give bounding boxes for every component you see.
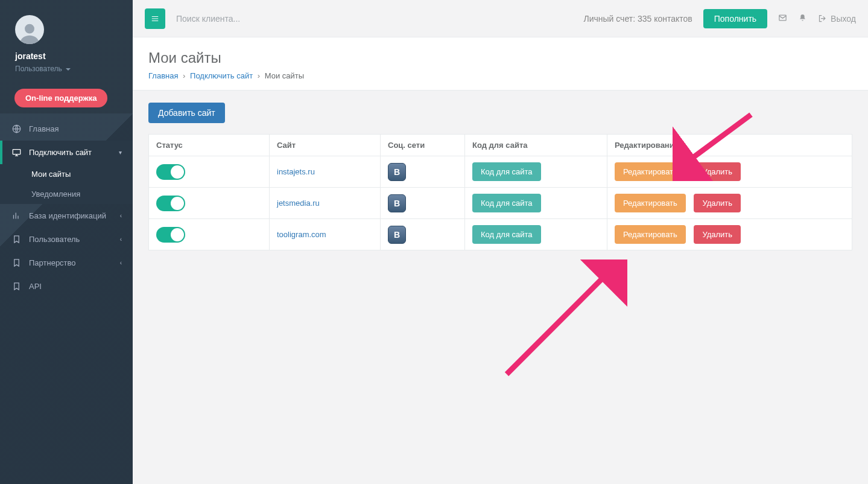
code-button[interactable]: Код для сайта [472,194,541,212]
nav-label: Партнерство [29,258,76,267]
monitor-icon [12,148,23,157]
chevron-down-icon: ▾ [119,149,122,156]
nav-connect-site[interactable]: Подключить сайт ▾ [0,141,133,164]
table-row: tooligram.com B Код для сайта Редактиров… [149,219,852,250]
role-dropdown[interactable]: Пользователь [15,65,118,73]
caret-down-icon [66,68,71,71]
bookmark-icon [12,282,23,291]
topbar: Личный счет: 335 контактов Пополнить Вых… [133,0,868,37]
chevron-left-icon: ‹ [120,260,122,266]
crumb-current: Мои сайты [265,71,304,80]
nav-label: Пользователь [29,235,80,244]
site-link[interactable]: jetsmedia.ru [277,199,320,208]
bars-icon [151,14,159,23]
nav-id-base[interactable]: База идентификаций ‹ [0,204,133,228]
crumb-connect[interactable]: Подключить сайт [190,71,253,80]
sites-table: Статус Сайт Соц. сети Код для сайта Реда… [148,134,852,250]
bell-icon[interactable] [798,13,807,24]
envelope-icon[interactable] [778,13,787,24]
th-site: Сайт [270,135,381,156]
breadcrumb: Главная › Подключить сайт › Мои сайты [148,71,852,80]
table-row: jetsmedia.ru B Код для сайта Редактирова… [149,188,852,219]
nav-api[interactable]: API [0,275,133,298]
delete-button[interactable]: Удалить [694,225,741,244]
status-toggle[interactable] [156,196,185,211]
sign-out-icon [818,14,827,23]
chevron-left-icon: ‹ [120,212,122,219]
th-social: Соц. сети [381,135,465,156]
th-code: Код для сайта [465,135,607,156]
nav-home[interactable]: Главная [0,117,133,141]
role-label: Пользователь [15,65,62,73]
nav-label: Подключить сайт [29,148,92,157]
edit-button[interactable]: Редактировать [615,194,686,212]
code-button[interactable]: Код для сайта [472,162,541,181]
account-balance: Личный счет: 335 контактов [583,14,692,24]
vk-icon[interactable]: B [388,194,406,212]
nav-label: Главная [29,124,59,133]
status-toggle[interactable] [156,164,185,180]
bookmark-icon [12,258,23,267]
nav-label: API [29,282,42,291]
main: Мои сайты Главная › Подключить сайт › Мо… [133,37,868,484]
code-button[interactable]: Код для сайта [472,225,541,244]
page-title: Мои сайты [148,49,852,66]
table-row: instajets.ru B Код для сайта Редактирова… [149,156,852,188]
nav-user[interactable]: Пользователь ‹ [0,228,133,251]
sidebar: joratest Пользователь On-line поддержка … [0,0,133,484]
profile-block: joratest Пользователь [0,0,133,79]
crumb-sep: › [258,71,260,80]
support-wrap: On-line поддержка [0,79,133,113]
avatar [15,15,44,44]
topup-button[interactable]: Пополнить [703,9,767,28]
support-button[interactable]: On-line поддержка [14,89,107,107]
edit-button[interactable]: Редактировать [615,225,686,244]
crumb-sep: › [183,71,185,80]
status-toggle[interactable] [156,227,185,243]
add-site-button[interactable]: Добавить сайт [148,103,225,123]
logout-label: Выход [831,14,856,24]
subnav-my-sites[interactable]: Мои сайты [0,164,133,184]
username: joratest [15,51,118,61]
bar-chart-icon [12,211,23,220]
table-header-row: Статус Сайт Соц. сети Код для сайта Реда… [149,135,852,156]
site-link[interactable]: instajets.ru [277,167,315,176]
delete-button[interactable]: Удалить [694,194,741,212]
globe-icon [12,124,23,133]
subnav-label: Мои сайты [31,170,71,179]
nav-label: База идентификаций [29,211,106,220]
bookmark-icon [12,235,23,244]
subnav-notifications[interactable]: Уведомления [0,184,133,204]
search-input[interactable] [176,14,583,24]
nav-partnership[interactable]: Партнерство ‹ [0,251,133,275]
site-link[interactable]: tooligram.com [277,230,326,239]
vk-icon[interactable]: B [388,226,406,244]
vk-icon[interactable]: B [388,163,406,181]
th-edit: Редактирование [607,135,852,156]
toggle-sidebar-button[interactable] [145,8,165,29]
crumb-home[interactable]: Главная [148,71,178,80]
subnav-label: Уведомления [31,189,80,199]
chevron-left-icon: ‹ [120,236,122,243]
svg-point-0 [25,24,34,34]
page-heading: Мои сайты Главная › Подключить сайт › Мо… [133,37,868,91]
svg-rect-2 [13,150,21,154]
th-status: Статус [149,135,270,156]
logout-link[interactable]: Выход [818,14,856,24]
delete-button[interactable]: Удалить [694,162,741,181]
edit-button[interactable]: Редактировать [615,162,686,181]
